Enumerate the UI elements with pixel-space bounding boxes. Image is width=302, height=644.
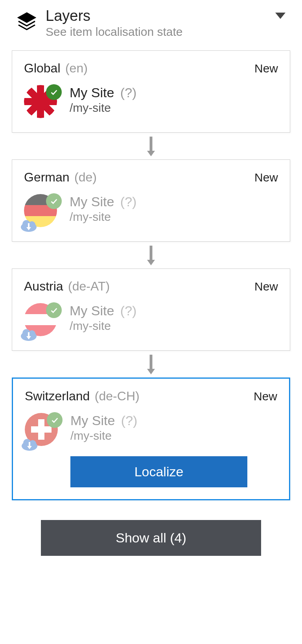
- arrow-down-icon: [12, 351, 290, 378]
- cloud-download-icon: [20, 218, 37, 232]
- site-path: /my-site: [70, 429, 137, 442]
- flag-badge: [24, 303, 59, 339]
- svg-marker-1: [275, 13, 285, 19]
- arrow-down-icon: [12, 242, 290, 268]
- cloud-download-icon: [21, 437, 38, 451]
- svg-marker-15: [147, 260, 155, 265]
- check-icon: [46, 84, 62, 100]
- layer-locale: (de): [74, 170, 97, 184]
- svg-marker-6: [147, 151, 155, 156]
- layer-title: Global: [24, 61, 61, 75]
- layer-card-german[interactable]: German (de) New My Site (?): [12, 159, 290, 242]
- arrow-down-icon: [12, 133, 290, 159]
- svg-rect-27: [31, 426, 52, 433]
- site-path: /my-site: [70, 319, 136, 333]
- cloud-download-icon: [20, 328, 37, 341]
- flag-badge: [24, 194, 59, 229]
- site-path: /my-site: [70, 210, 136, 224]
- site-name: My Site: [70, 85, 114, 100]
- collapse-toggle[interactable]: [274, 12, 286, 21]
- layer-card-switzerland[interactable]: Switzerland (de-CH) New My Site: [12, 378, 290, 500]
- check-icon: [47, 412, 63, 428]
- svg-marker-0: [18, 13, 35, 22]
- layer-title: Switzerland: [25, 389, 90, 403]
- layer-status: New: [254, 171, 278, 184]
- layer-card-austria[interactable]: Austria (de-AT) New My Site (?: [12, 268, 290, 351]
- localize-button[interactable]: Localize: [70, 456, 247, 487]
- site-name-suffix: (?): [120, 303, 137, 318]
- site-name: My Site: [70, 413, 115, 428]
- layers-icon: [16, 8, 38, 34]
- check-icon: [46, 302, 62, 318]
- site-name-suffix: (?): [120, 194, 137, 209]
- layer-locale: (en): [65, 61, 88, 75]
- layer-card-global[interactable]: Global (en) New My Site (?) /: [12, 50, 290, 133]
- panel-title: Layers: [46, 8, 267, 24]
- layer-title: German: [24, 170, 70, 184]
- svg-marker-24: [147, 369, 155, 374]
- panel-subtitle: See item localisation state: [46, 25, 267, 39]
- panel-header: Layers See item localisation state: [12, 8, 290, 39]
- layer-locale: (de-CH): [95, 389, 140, 403]
- show-all-button[interactable]: Show all (4): [41, 520, 261, 556]
- site-path: /my-site: [70, 101, 136, 115]
- site-name-suffix: (?): [121, 413, 138, 428]
- check-icon: [46, 193, 62, 209]
- site-name-suffix: (?): [120, 85, 137, 100]
- layer-locale: (de-AT): [68, 279, 110, 293]
- layer-status: New: [254, 62, 278, 75]
- layer-status: New: [254, 390, 277, 403]
- site-name: My Site: [70, 194, 114, 209]
- flag-badge: [24, 85, 59, 120]
- layer-status: New: [254, 280, 278, 293]
- layer-title: Austria: [24, 279, 63, 293]
- flag-badge: [25, 413, 60, 448]
- site-name: My Site: [70, 303, 114, 318]
